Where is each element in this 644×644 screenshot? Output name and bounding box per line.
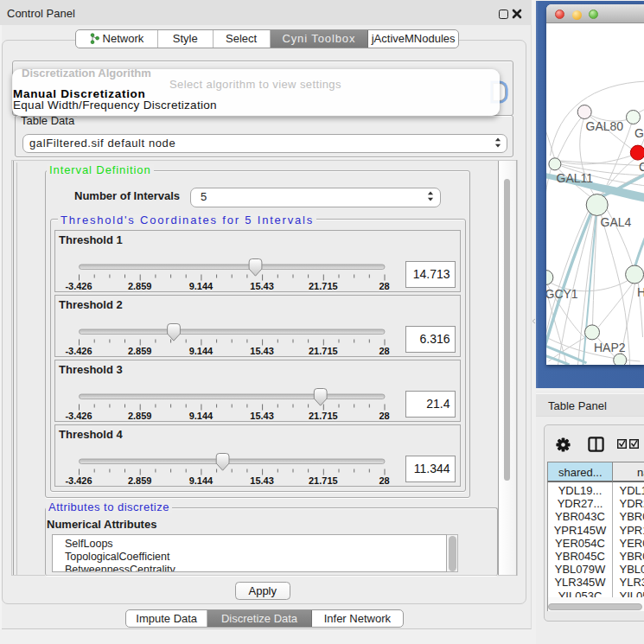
svg-text:GCY1: GCY1 bbox=[546, 287, 578, 301]
svg-text:GAL80: GAL80 bbox=[585, 119, 623, 133]
svg-text:HI: HI bbox=[637, 285, 644, 299]
svg-text:HAP2: HAP2 bbox=[594, 341, 626, 354]
svg-text:GAL11: GAL11 bbox=[556, 171, 593, 185]
svg-text:GAL: GAL bbox=[634, 126, 644, 140]
svg-text:CD: CD bbox=[639, 160, 644, 174]
svg-text:GAL4: GAL4 bbox=[600, 215, 631, 229]
